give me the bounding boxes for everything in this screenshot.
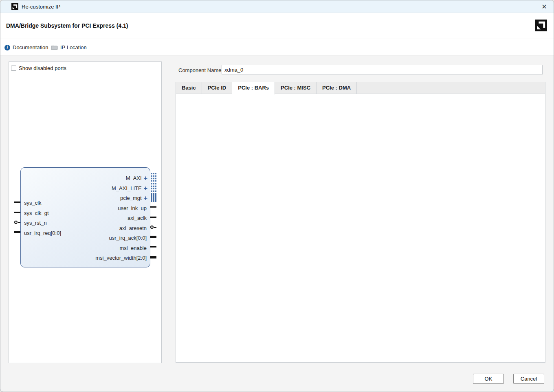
port-label: usr_irq_ack[0:0] (109, 235, 147, 241)
tab-pcie-bars[interactable]: PCIe : BARs (232, 82, 275, 94)
port-stub-msi-vector-width (150, 256, 156, 258)
active-low-bubble-icon (14, 221, 18, 224)
port-row: msi_vector_width[2:0] (21, 254, 150, 261)
tab-basic[interactable]: Basic (176, 82, 202, 94)
port-stub-axi-aclk (150, 217, 156, 218)
port-row: M_AXI_LITE + (21, 185, 150, 192)
folder-icon (51, 45, 58, 50)
ip-location-button[interactable]: IP Location (51, 44, 87, 51)
expand-plus-icon[interactable]: + (144, 186, 147, 191)
dialog-header: DMA/Bridge Subsystem for PCI Express (4.… (0, 13, 554, 39)
port-stub-sys-clk (14, 201, 20, 203)
port-label: sys_rst_n (24, 219, 47, 226)
port-stub-usr-irq-req (14, 231, 20, 233)
tab-pcie-misc[interactable]: PCIe : MISC (275, 82, 317, 94)
tab-strip: Basic PCIe ID PCIe : BARs PCIe : MISC PC… (176, 82, 545, 94)
dialog-toolbar: i Documentation IP Location (0, 39, 554, 55)
expand-plus-icon[interactable]: + (144, 196, 147, 201)
port-row: msi_enable (21, 245, 150, 252)
info-icon: i (4, 45, 10, 50)
port-stub-usr-irq-ack (150, 236, 156, 238)
cancel-button[interactable]: Cancel (513, 374, 544, 384)
ip-title: DMA/Bridge Subsystem for PCI Express (4.… (6, 22, 128, 29)
show-disabled-ports-checkbox[interactable] (11, 66, 16, 71)
expand-plus-icon[interactable]: + (144, 176, 147, 181)
ip-block-symbol: M_AXI + M_AXI_LITE + pcie_mgt + user_lnk… (20, 167, 150, 267)
port-label: sys_clk (24, 199, 42, 206)
port-label: axi_aclk (128, 215, 147, 221)
close-icon[interactable]: ✕ (537, 1, 551, 12)
xilinx-amd-logo-icon (11, 3, 18, 10)
recustomize-ip-dialog: Re-customize IP ✕ DMA/Bridge Subsystem f… (0, 0, 554, 392)
tab-content-panel (176, 94, 545, 363)
port-stub-user-lnk-up (150, 206, 156, 208)
port-label: usr_irq_req[0:0] (24, 230, 61, 237)
port-row: M_AXI + (21, 175, 150, 182)
axi-lite-interface-connector-icon (151, 183, 156, 192)
component-name-input[interactable] (222, 65, 543, 75)
component-name-label: Component Name (178, 67, 222, 73)
port-stub-sys-rst-n (18, 222, 20, 223)
port-label: sys_clk_gt (24, 210, 49, 217)
active-low-bubble-icon (150, 226, 154, 229)
title-bar: Re-customize IP ✕ (0, 0, 554, 13)
port-stub-msi-enable (150, 246, 156, 247)
port-label: msi_vector_width[2:0] (95, 255, 147, 261)
tab-pcie-id[interactable]: PCIe ID (202, 82, 233, 94)
ip-location-label: IP Location (60, 44, 87, 50)
port-stub-sys-clk-gt (14, 212, 20, 213)
documentation-label: Documentation (13, 44, 48, 50)
show-disabled-ports-label: Show disabled ports (19, 65, 66, 71)
xilinx-amd-logo (535, 20, 547, 31)
port-label: pcie_mgt (120, 195, 142, 201)
port-stub-axi-aresetn (154, 227, 156, 228)
port-label: msi_enable (120, 245, 147, 251)
ok-button[interactable]: OK (473, 374, 504, 384)
tab-pcie-dma[interactable]: PCIe : DMA (317, 82, 357, 94)
port-label: user_lnk_up (118, 205, 147, 211)
documentation-button[interactable]: i Documentation (4, 44, 48, 51)
axi-interface-connector-icon (151, 173, 156, 182)
port-label: M_AXI (126, 175, 142, 181)
port-label: M_AXI_LITE (112, 185, 142, 191)
window-title: Re-customize IP (22, 4, 60, 10)
pcie-mgt-connector-icon (151, 193, 156, 202)
port-label: axi_aresetn (119, 225, 147, 231)
